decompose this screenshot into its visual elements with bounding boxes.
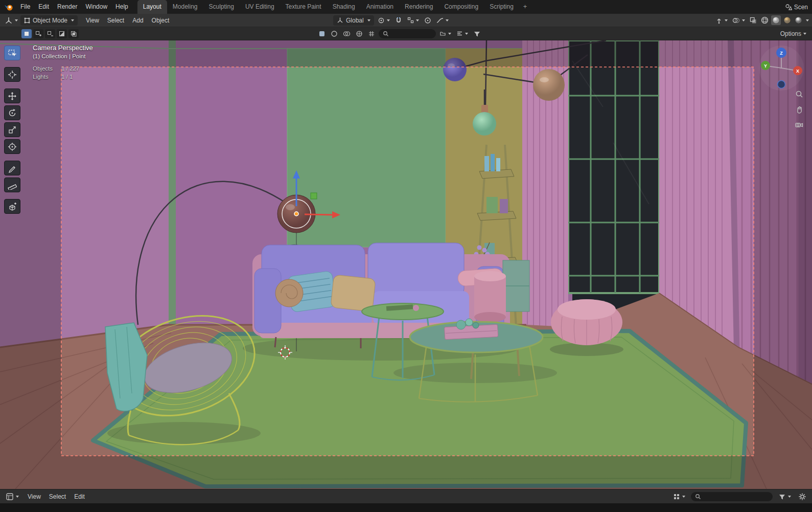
shading-solid-button[interactable] [771,15,781,25]
chevron-down-icon [367,19,370,21]
tab-scripting[interactable]: Scripting [484,0,519,14]
menu-file[interactable]: File [16,0,34,14]
tool-rotate[interactable] [4,105,20,120]
menu-window[interactable]: Window [81,0,111,14]
bottom-filter-dropdown[interactable] [777,492,793,502]
axis-x-label[interactable]: X [796,69,799,74]
tool-settings-right: Options [779,29,808,39]
tool-scale[interactable] [4,122,20,137]
scene-selector[interactable]: Scen [784,0,809,14]
menu-select[interactable]: Select [103,14,128,27]
chevron-down-icon [387,19,390,21]
collection-dropdown[interactable] [438,29,453,39]
bottom-bar-right [671,492,808,502]
tool-add-primitive[interactable] [4,199,20,214]
active-object-label: (1) Collection | Point [33,53,93,59]
options-label: Options [780,30,801,37]
stat-objects: Objects 1 / 227 [33,65,93,72]
menu-render[interactable]: Render [53,0,81,14]
shading-material-button[interactable] [782,15,792,25]
select-mode-invert[interactable] [57,29,67,38]
display-mode-dropdown[interactable] [671,492,687,502]
square-icon[interactable] [317,29,327,39]
camera-view-icon[interactable] [795,120,804,129]
pouf[interactable] [551,299,622,345]
tab-compositing[interactable]: Compositing [438,0,484,14]
axis-y-label[interactable]: Y [764,63,767,69]
show-gizmo-dropdown[interactable] [714,15,729,26]
tool-select-box[interactable] [4,46,20,60]
editor-type-button[interactable] [3,15,19,26]
zoom-icon[interactable] [795,90,804,99]
axis-z-label[interactable]: Z [780,51,783,56]
workspace-tabs: Layout Modeling Sculpting UV Editing Tex… [137,0,531,14]
tool-move[interactable] [4,88,20,103]
tab-sculpting[interactable]: Sculpting [203,0,240,14]
transform-orientation-dropdown[interactable]: Global [333,15,374,26]
proportional-falloff-dropdown[interactable] [435,15,450,26]
select-mode-set[interactable] [21,29,32,38]
chevron-down-icon [446,19,449,21]
spheres-icon[interactable] [341,29,352,39]
gizmo-icon [715,17,723,24]
pivot-point-dropdown[interactable] [376,15,391,26]
proportional-editing-toggle[interactable] [423,15,433,26]
tool-measure[interactable] [4,177,20,192]
tab-modeling[interactable]: Modeling [167,0,203,14]
bottom-menu-edit[interactable]: Edit [70,489,89,504]
xray-toggle[interactable] [748,15,758,26]
menu-view[interactable]: View [82,14,103,27]
navigation-gizmo[interactable]: Z X Y [757,43,806,93]
bottom-editor-header: View Select Edit [0,489,812,503]
tool-transform[interactable] [4,139,20,154]
bottom-menu-view[interactable]: View [24,489,45,504]
select-mode-extend[interactable] [33,29,43,38]
settings-button[interactable] [797,492,808,502]
snap-target-dropdown[interactable] [406,15,421,26]
bottom-editor-type-button[interactable] [4,492,20,502]
menu-add[interactable]: Add [128,14,147,27]
tab-texture-paint[interactable]: Texture Paint [280,0,327,14]
filter-funnel-icon[interactable] [472,29,482,39]
scene-icon [785,4,792,11]
bottom-menu-select[interactable]: Select [45,489,70,504]
viewport-search[interactable] [379,29,436,38]
shading-rendered-button[interactable] [794,15,803,25]
mode-dropdown[interactable]: Object Mode [20,15,78,26]
search-icon [383,31,389,37]
shading-wireframe-button[interactable] [760,15,770,25]
sphere-icon[interactable] [329,29,339,39]
add-workspace-button[interactable]: + [519,0,531,14]
object-mode-icon [24,17,30,24]
tab-animation[interactable]: Animation [361,0,399,14]
tab-uv-editing[interactable]: UV Editing [240,0,280,14]
menu-help[interactable]: Help [111,0,132,14]
viewport-3d-scene[interactable] [0,40,812,489]
search-input[interactable] [391,31,432,37]
globe-icon[interactable] [354,29,364,39]
search-input[interactable] [703,494,759,500]
select-mode-intersect[interactable] [68,29,79,38]
shading-dropdown-chevron[interactable] [806,19,809,21]
snap-toggle[interactable] [393,15,404,26]
list-dropdown[interactable] [455,29,470,39]
tab-shading[interactable]: Shading [327,0,361,14]
viewport-3d[interactable]: Camera Perspective (1) Collection | Poin… [0,40,812,489]
grid-icon[interactable] [366,29,377,39]
blender-logo-icon[interactable] [3,0,16,14]
tool-annotate[interactable] [4,161,20,175]
select-mode-subtract[interactable] [45,29,55,38]
pan-hand-icon[interactable] [795,105,804,114]
scene-statistics: Objects 1 / 227 Lights 1 / 1 [33,65,93,80]
bottom-search[interactable] [691,492,773,501]
window[interactable] [568,40,659,293]
tab-layout[interactable]: Layout [137,0,167,14]
tool-cursor[interactable] [4,67,20,82]
menu-object[interactable]: Object [148,14,174,27]
menu-edit[interactable]: Edit [34,0,53,14]
chevron-down-icon [725,19,728,21]
tab-rendering[interactable]: Rendering [399,0,438,14]
options-dropdown[interactable]: Options [779,29,808,39]
search-icon [695,494,701,500]
overlays-dropdown[interactable] [731,15,747,26]
